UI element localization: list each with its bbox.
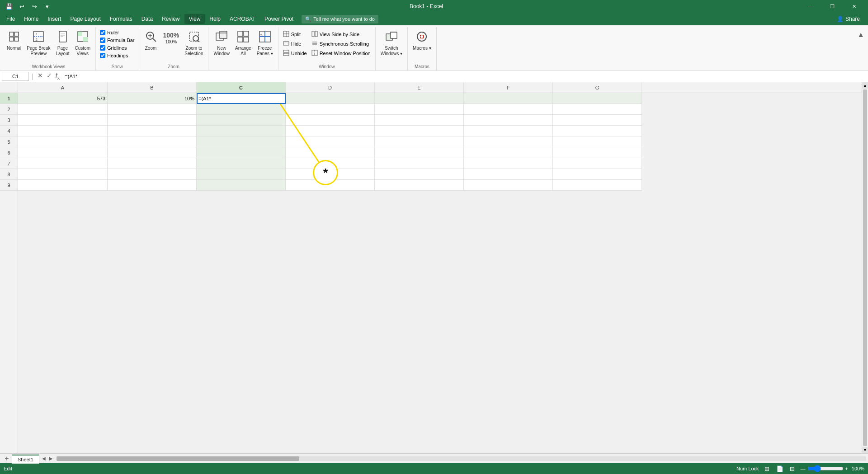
cell-c7[interactable] [197, 158, 286, 169]
unhide-btn[interactable]: Unhide [281, 49, 309, 58]
cell-a2[interactable] [18, 104, 108, 115]
menu-view[interactable]: View [184, 14, 205, 24]
cell-d5[interactable] [286, 136, 375, 147]
col-header-e[interactable]: E [375, 82, 464, 93]
row-header-9[interactable]: 9 [0, 180, 18, 191]
cell-b8[interactable] [108, 169, 197, 180]
menu-home[interactable]: Home [19, 14, 43, 24]
cell-b3[interactable] [108, 115, 197, 126]
cell-b4[interactable] [108, 126, 197, 136]
cell-e2[interactable] [375, 104, 464, 115]
page-layout-btn[interactable]: PageLayout [54, 29, 72, 58]
horizontal-scrollbar-track[interactable] [57, 456, 866, 461]
minimize-btn[interactable]: — [800, 0, 821, 13]
normal-view-status-btn[interactable]: ⊞ [763, 465, 772, 473]
cell-e7[interactable] [375, 158, 464, 169]
custom-views-btn[interactable]: CustomViews [73, 29, 93, 58]
col-header-c[interactable]: C [197, 82, 286, 93]
cell-g5[interactable] [553, 136, 642, 147]
cell-f4[interactable] [464, 126, 553, 136]
menu-power-pivot[interactable]: Power Pivot [260, 14, 298, 24]
tell-me-search[interactable]: 🔍 Tell me what you want to do [302, 15, 378, 23]
cell-c6[interactable] [197, 147, 286, 158]
cell-g4[interactable] [553, 126, 642, 136]
cell-f8[interactable] [464, 169, 553, 180]
new-window-btn[interactable]: NewWindow [211, 29, 232, 58]
hide-btn[interactable]: Hide [281, 39, 309, 48]
save-quick-btn[interactable]: 💾 [4, 1, 14, 12]
cell-c5[interactable] [197, 136, 286, 147]
cell-a5[interactable] [18, 136, 108, 147]
menu-data[interactable]: Data [137, 14, 157, 24]
synchronous-scrolling-btn[interactable]: Synchronous Scrolling [310, 39, 373, 48]
split-btn[interactable]: Split [281, 30, 309, 39]
cell-e9[interactable] [375, 180, 464, 191]
cell-a3[interactable] [18, 115, 108, 126]
col-header-g[interactable]: G [553, 82, 642, 93]
cell-d1[interactable] [286, 93, 375, 104]
col-header-a[interactable]: A [18, 82, 108, 93]
formula-bar-checkbox[interactable]: Formula Bar [99, 37, 136, 44]
cell-a6[interactable] [18, 147, 108, 158]
row-header-8[interactable]: 8 [0, 169, 18, 180]
cell-a4[interactable] [18, 126, 108, 136]
page-layout-status-btn[interactable]: 📄 [775, 465, 784, 473]
cell-g2[interactable] [553, 104, 642, 115]
cell-c4[interactable] [197, 126, 286, 136]
sheet-scroll-left[interactable]: ◀ [40, 456, 47, 461]
cell-f3[interactable] [464, 115, 553, 126]
cell-g7[interactable] [553, 158, 642, 169]
reset-window-position-btn[interactable]: Reset Window Position [310, 49, 373, 58]
headings-checkbox[interactable]: Headings [99, 52, 136, 59]
cell-f2[interactable] [464, 104, 553, 115]
cell-f5[interactable] [464, 136, 553, 147]
cell-d6[interactable] [286, 147, 375, 158]
row-header-5[interactable]: 5 [0, 136, 18, 147]
menu-insert[interactable]: Insert [43, 14, 66, 24]
scroll-down-btn[interactable]: ▼ [862, 447, 868, 453]
col-header-b[interactable]: B [108, 82, 197, 93]
cell-f7[interactable] [464, 158, 553, 169]
cell-f1[interactable] [464, 93, 553, 104]
row-header-6[interactable]: 6 [0, 147, 18, 158]
menu-formulas[interactable]: Formulas [105, 14, 137, 24]
page-break-status-btn[interactable]: ⊟ [788, 465, 797, 473]
vertical-scrollbar[interactable]: ▲ ▼ [862, 82, 868, 453]
collapse-ribbon-btn[interactable]: ▲ [855, 29, 866, 41]
freeze-panes-btn[interactable]: ❄ FreezePanes ▾ [255, 29, 275, 58]
cell-g1[interactable] [553, 93, 642, 104]
menu-review[interactable]: Review [157, 14, 184, 24]
cell-g9[interactable] [553, 180, 642, 191]
zoom-selection-btn[interactable]: Zoom toSelection [182, 29, 205, 58]
gridlines-checkbox[interactable]: Gridlines [99, 44, 136, 52]
arrange-all-btn[interactable]: ArrangeAll [233, 29, 254, 58]
cell-c1[interactable]: =(A1* [197, 93, 286, 104]
menu-file[interactable]: File [2, 14, 19, 24]
switch-windows-btn[interactable]: SwitchWindows ▾ [378, 29, 405, 58]
scroll-thumb[interactable] [863, 89, 867, 446]
share-button[interactable]: 👤 Share [830, 14, 866, 24]
cell-d3[interactable] [286, 115, 375, 126]
cell-e4[interactable] [375, 126, 464, 136]
row-header-3[interactable]: 3 [0, 115, 18, 126]
cell-e5[interactable] [375, 136, 464, 147]
cell-g6[interactable] [553, 147, 642, 158]
cell-g3[interactable] [553, 115, 642, 126]
zoom-out-btn[interactable]: — [801, 466, 806, 471]
cell-b6[interactable] [108, 147, 197, 158]
formula-input[interactable]: =(A1* [63, 72, 866, 81]
cell-f6[interactable] [464, 147, 553, 158]
enter-formula-btn[interactable]: ✓ [45, 72, 53, 80]
gridlines-check-input[interactable] [100, 45, 105, 51]
undo-quick-btn[interactable]: ↩ [16, 1, 27, 12]
cell-reference-input[interactable]: C1 [2, 72, 29, 81]
zoom-btn[interactable]: Zoom [142, 29, 160, 52]
row-header-1[interactable]: 1 [0, 93, 18, 104]
col-header-f[interactable]: F [464, 82, 553, 93]
cell-c8[interactable] [197, 169, 286, 180]
cell-e6[interactable] [375, 147, 464, 158]
close-btn[interactable]: ✕ [844, 0, 864, 13]
cell-c2[interactable] [197, 104, 286, 115]
zoom-percent[interactable]: 100% [850, 466, 864, 471]
cell-d2[interactable] [286, 104, 375, 115]
